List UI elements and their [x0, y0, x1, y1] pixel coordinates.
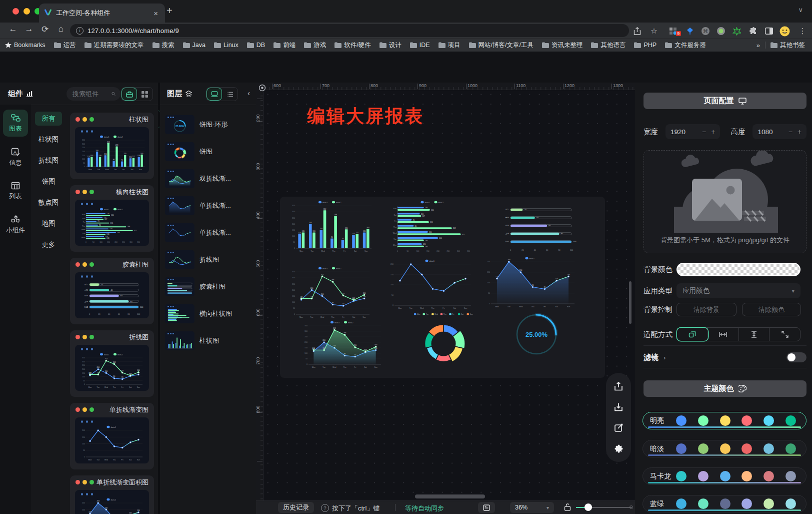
component-card-柱状图[interactable]: 柱状图data1data2050100150200250300350120200… — [70, 113, 154, 179]
background-upload-dropzone[interactable]: 背景图需小于 5M，格式为 png/jpg/gif 的文件 — [644, 150, 806, 253]
filter-toggle[interactable] — [786, 352, 806, 362]
component-card-横向柱状图[interactable]: 横向柱状图data1data20501001502002503003501202… — [70, 185, 154, 252]
forward-icon[interactable]: → — [23, 24, 35, 34]
fit-height-button[interactable] — [739, 328, 770, 341]
toggle-ruler-eye-icon[interactable] — [258, 84, 266, 92]
layer-item-0[interactable]: 25.00%饼图-环形 — [160, 111, 256, 138]
help-icon[interactable]: ? — [321, 504, 329, 512]
component-card-单折线渐变面积图[interactable]: 单折线渐变面积图data1050100150200MonTueWedThuFri… — [70, 475, 154, 514]
canvas-chart-bar[interactable]: data1data2050100150200250300350120200150… — [288, 199, 374, 253]
component-card-单折线渐变图[interactable]: 单折线渐变图data1050100150200MonTueWedThuFriSa… — [70, 403, 154, 469]
theme-row-马卡龙[interactable]: 马卡龙 — [642, 467, 806, 485]
bookmarks-manager[interactable]: Bookmarks — [5, 42, 46, 49]
bookmark-item[interactable]: 运营 — [54, 41, 76, 50]
layer-item-6[interactable]: 胶囊柱图 — [160, 273, 256, 300]
zoom-slider[interactable] — [576, 507, 632, 508]
category-散点图[interactable]: 散点图 — [35, 196, 62, 210]
sidebar-item-小组件[interactable]: 小组件 — [3, 211, 28, 238]
history-button[interactable]: 历史记录 — [278, 502, 314, 513]
clear-color-button[interactable]: 清除颜色 — [742, 303, 801, 316]
list-view-toggle[interactable] — [222, 88, 238, 101]
fit-width-button[interactable] — [708, 328, 739, 341]
layer-item-5[interactable]: 折线图 — [160, 246, 256, 273]
page-config-header[interactable]: 页面配置 — [644, 93, 806, 109]
puzzle-extensions-icon[interactable] — [748, 25, 760, 37]
vertical-scrollbar[interactable] — [629, 281, 632, 324]
kite-extension-icon[interactable] — [684, 25, 696, 37]
bookmark-item[interactable]: 网站/博客/文章/工具 — [469, 41, 534, 50]
category-所有[interactable]: 所有 — [35, 112, 62, 126]
share-icon[interactable] — [631, 25, 643, 37]
sidebar-item-图表[interactable]: 图表 — [3, 110, 28, 137]
import-icon[interactable] — [611, 399, 626, 414]
new-tab-button[interactable]: + — [166, 5, 172, 17]
tab-close-icon[interactable]: × — [152, 9, 160, 18]
bookmark-item[interactable]: DB — [247, 42, 265, 49]
browser-tab[interactable]: 工作空间-各种组件 × — [39, 4, 165, 23]
bookmark-item[interactable]: Linux — [214, 42, 238, 49]
profile-avatar[interactable] — [778, 25, 790, 37]
layer-item-1[interactable]: 饼图 — [160, 138, 256, 165]
bookmark-item[interactable]: 文件服务器 — [665, 41, 706, 50]
app-type-select[interactable]: 应用颜色 ▾ — [676, 283, 800, 298]
canvas-chart-ring[interactable]: 25.00% — [514, 312, 559, 357]
canvas-chart-hbar[interactable]: data1data2050100150200250300350120200150… — [389, 199, 476, 253]
export-icon[interactable] — [611, 379, 626, 394]
chevron-right-icon[interactable]: › — [664, 354, 666, 361]
command-extension-icon[interactable]: ⌘ — [700, 25, 712, 37]
sidebar-item-信息[interactable]: A信息 — [3, 144, 28, 171]
fit-auto-button[interactable] — [677, 328, 708, 341]
search-input[interactable] — [72, 90, 108, 98]
grid-view-toggle[interactable] — [137, 88, 152, 101]
width-stepper[interactable]: 1920 − + — [666, 124, 720, 139]
category-更多[interactable]: 更多 — [35, 238, 62, 252]
back-icon[interactable]: ← — [7, 24, 19, 34]
category-饼图[interactable]: 饼图 — [35, 175, 62, 189]
plus-icon[interactable]: + — [711, 128, 715, 136]
canvas-chart-area1[interactable]: data1050100150200MonTueWedThuFriSatSun12… — [482, 255, 578, 309]
bg-color-swatch[interactable] — [676, 263, 800, 276]
bookmark-item[interactable]: 前端 — [274, 41, 296, 50]
canvas-chart-line2[interactable]: data1data2050100150200250300350MonTueWed… — [288, 265, 374, 319]
minus-icon[interactable]: − — [702, 128, 706, 136]
site-info-icon[interactable]: i — [76, 27, 84, 35]
clear-background-button[interactable]: 清除背景 — [676, 303, 736, 316]
reload-icon[interactable]: ⟳ — [39, 24, 51, 35]
close-window-button[interactable] — [12, 8, 19, 15]
category-折线图[interactable]: 折线图 — [35, 154, 62, 168]
sidebar-panel-icon[interactable] — [763, 25, 775, 37]
bookmark-item[interactable]: 设计 — [380, 41, 402, 50]
green-circle-extension-icon[interactable] — [715, 25, 727, 37]
minus-icon[interactable]: − — [788, 128, 792, 136]
bookmark-item[interactable]: 软件/硬件 — [334, 41, 370, 50]
bookmark-star-icon[interactable]: ☆ — [648, 25, 660, 37]
lock-icon[interactable] — [564, 503, 571, 511]
height-stepper[interactable]: 1080 − + — [752, 124, 806, 139]
canvas-chart-pie[interactable]: MonTueWedThuFriSatSun — [396, 311, 491, 368]
component-card-胶囊柱图[interactable]: 胶囊柱图20厦门40南阳60北京80上海100新疆020406080100 — [70, 258, 154, 324]
category-柱状图[interactable]: 柱状图 — [35, 133, 62, 147]
browser-menu-icon[interactable]: ⋮ — [796, 25, 808, 37]
plus-icon[interactable]: + — [798, 128, 802, 136]
canvas-chart-line1[interactable]: data1050100150200MonTueWedThuFriSatSun — [386, 258, 475, 310]
canvas-chart-capsule[interactable]: 20厦门40南阳60北京80上海100新疆020406080100 — [498, 203, 580, 253]
zoom-slider-knob[interactable] — [584, 503, 592, 511]
canvas-chart-area2[interactable]: data1data2050100150200250300350MonTueWed… — [300, 319, 385, 369]
bookmark-item[interactable]: 近期需要读的文章 — [84, 41, 144, 50]
canvas-title-text[interactable]: 编辑大屏报表 — [307, 104, 424, 129]
home-icon[interactable]: ⌂ — [55, 24, 67, 34]
theme-row-蓝绿[interactable]: 蓝绿 — [642, 495, 806, 512]
category-地图[interactable]: 地图 — [35, 217, 62, 231]
minimize-window-button[interactable] — [24, 8, 30, 15]
bookmark-item[interactable]: 资讯未整理 — [542, 41, 583, 50]
bookmark-item[interactable]: PHP — [634, 42, 656, 49]
layer-item-3[interactable]: 单折线渐... — [160, 192, 256, 219]
bookmarks-overflow-chevron[interactable]: » — [756, 42, 760, 49]
settings-gear-icon[interactable] — [611, 441, 626, 456]
theme-row-明亮[interactable]: 明亮 — [642, 412, 806, 429]
bookmark-item[interactable]: IDE — [410, 42, 430, 49]
collapse-panel-chevron[interactable]: ‹ — [248, 89, 250, 97]
address-bar[interactable]: i 127.0.0.1:3000/#/chart/home/9 — [70, 24, 629, 37]
layer-item-7[interactable]: 横向柱状图 — [160, 300, 256, 327]
sidebar-item-列表[interactable]: 列表 — [3, 178, 28, 204]
